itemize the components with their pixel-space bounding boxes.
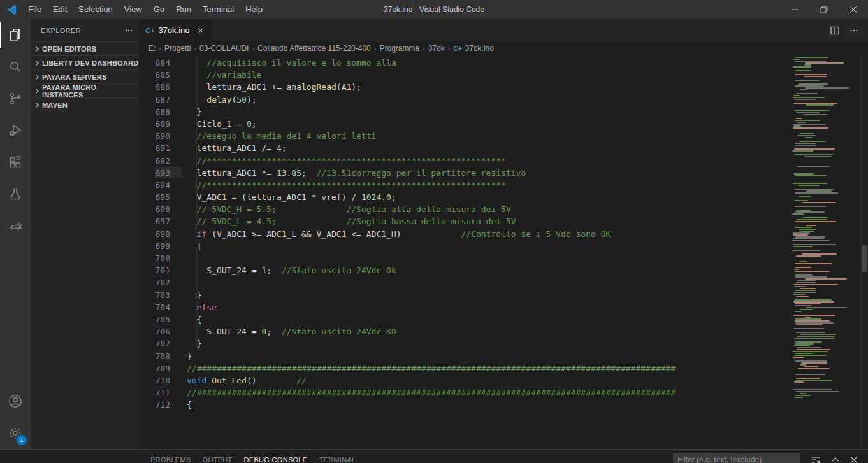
code-line-684[interactable]: 684 //acquisisco il valore e lo sommo al… xyxy=(139,57,790,69)
line-number[interactable]: 703 xyxy=(139,289,170,301)
menu-selection[interactable]: Selection xyxy=(73,0,118,19)
menu-terminal[interactable]: Terminal xyxy=(197,0,240,19)
restore-icon[interactable] xyxy=(809,0,839,19)
sidebar-section-maven[interactable]: MAVEN xyxy=(31,97,139,111)
line-number[interactable]: 685 xyxy=(139,69,170,81)
code-line-686[interactable]: 686 lettura_ADC1 += analogRead(A1); xyxy=(139,81,790,93)
breadcrumb-item[interactable]: 37ok xyxy=(428,44,445,53)
close-panel-icon[interactable] xyxy=(850,456,858,463)
line-number[interactable]: 709 xyxy=(139,362,170,374)
line-number[interactable]: 712 xyxy=(139,399,170,411)
code-line-702[interactable]: 702 xyxy=(139,276,790,288)
fish-icon[interactable] xyxy=(0,210,31,242)
extensions-icon[interactable] xyxy=(0,146,31,178)
source-control-icon[interactable] xyxy=(0,83,31,115)
panel-tab-output[interactable]: OUTPUT xyxy=(203,452,233,463)
line-number[interactable]: 686 xyxy=(139,81,170,93)
line-number[interactable]: 690 xyxy=(139,130,170,142)
code-line-712[interactable]: 712{ xyxy=(139,399,790,411)
code-line-707[interactable]: 707 } xyxy=(139,338,790,350)
line-number[interactable]: 702 xyxy=(139,276,170,288)
line-number[interactable]: 684 xyxy=(139,57,170,69)
line-number[interactable]: 694 xyxy=(139,179,170,191)
breadcrumb-item[interactable]: Programma xyxy=(379,44,419,53)
panel-tab-problems[interactable]: PROBLEMS xyxy=(150,452,191,463)
line-number[interactable]: 710 xyxy=(139,374,170,387)
sidebar-section-liberty-dev-dashboard[interactable]: LIBERTY DEV DASHBOARD xyxy=(31,55,139,69)
menu-help[interactable]: Help xyxy=(240,0,268,19)
line-number[interactable]: 692 xyxy=(139,155,170,167)
code-line-709[interactable]: 709//###################################… xyxy=(139,362,790,374)
line-number[interactable]: 699 xyxy=(139,240,170,252)
menu-go[interactable]: Go xyxy=(148,0,170,19)
code-line-711[interactable]: 711//###################################… xyxy=(139,387,790,399)
explorer-icon[interactable] xyxy=(0,19,31,51)
line-number[interactable]: 706 xyxy=(139,325,170,338)
code-line-701[interactable]: 701 S_OUT_24 = 1; //Stato uscita 24Vdc O… xyxy=(139,264,790,276)
line-number[interactable]: 687 xyxy=(139,94,170,106)
sidebar-section-open-editors[interactable]: OPEN EDITORS xyxy=(31,41,139,55)
breadcrumb-item[interactable]: 37ok.ino xyxy=(465,44,494,53)
code-line-695[interactable]: 695 V_ADC1 = (lettura_ADC1 * vref) / 102… xyxy=(139,191,790,203)
line-number[interactable]: 708 xyxy=(139,350,170,362)
code-editor[interactable]: 684 //acquisisco il valore e lo sommo al… xyxy=(139,55,868,449)
line-number[interactable]: 701 xyxy=(139,264,170,276)
code-line-693[interactable]: 693 lettura_ADC1 *= 13.85; //13.51correg… xyxy=(139,167,790,179)
line-number[interactable]: 711 xyxy=(139,387,170,399)
search-icon[interactable] xyxy=(0,51,31,83)
code-line-688[interactable]: 688 } xyxy=(139,106,790,118)
breadcrumb-item[interactable]: 03-COLLAUDI xyxy=(199,44,249,53)
line-number[interactable]: 691 xyxy=(139,142,170,154)
code-line-708[interactable]: 708} xyxy=(139,350,790,362)
scrollbar-thumb[interactable] xyxy=(862,245,867,272)
line-number[interactable]: 689 xyxy=(139,118,170,130)
line-number[interactable]: 700 xyxy=(139,252,170,264)
code-line-694[interactable]: 694 //**********************************… xyxy=(139,179,790,191)
breadcrumb-item[interactable]: Progetti xyxy=(164,44,191,53)
breadcrumb-item[interactable]: Collaudo Affettatrice 115-220-400 xyxy=(257,44,371,53)
settings-gear-icon[interactable]: 1 xyxy=(0,417,31,449)
close-window-icon[interactable] xyxy=(839,0,868,19)
menu-run[interactable]: Run xyxy=(170,0,197,19)
line-number[interactable]: 704 xyxy=(139,301,170,313)
code-line-705[interactable]: 705 { xyxy=(139,313,790,325)
line-number[interactable]: 696 xyxy=(139,203,170,215)
maximize-panel-icon[interactable] xyxy=(831,455,840,463)
line-number[interactable]: 688 xyxy=(139,106,170,118)
menu-view[interactable]: View xyxy=(119,0,148,19)
code-line-697[interactable]: 697 // 5VDC_L = 4.5; //Soglia bassa dell… xyxy=(139,215,790,227)
code-line-710[interactable]: 710void Out_Led() // xyxy=(139,374,790,387)
clear-console-icon[interactable] xyxy=(811,455,821,463)
code-line-692[interactable]: 692 //**********************************… xyxy=(139,155,790,167)
panel-tab-terminal[interactable]: TERMINAL xyxy=(319,452,356,463)
code-line-687[interactable]: 687 delay(50); xyxy=(139,94,790,106)
code-line-689[interactable]: 689 Ciclo_1 = 0; xyxy=(139,118,790,130)
line-number[interactable]: 693 xyxy=(139,167,170,179)
code-line-700[interactable]: 700 xyxy=(139,252,790,264)
code-line-685[interactable]: 685 //variabile xyxy=(139,69,790,81)
minimap[interactable] xyxy=(791,55,861,449)
menu-edit[interactable]: Edit xyxy=(47,0,73,19)
breadcrumb-item[interactable]: E: xyxy=(148,44,156,53)
line-number[interactable]: 697 xyxy=(139,215,170,227)
code-line-690[interactable]: 690 //eseguo la media dei 4 valori letti xyxy=(139,130,790,142)
sidebar-section-payara-micro-instances[interactable]: PAYARA MICRO INSTANCES xyxy=(31,83,139,97)
line-number[interactable]: 707 xyxy=(139,338,170,350)
sidebar-more-actions-icon[interactable] xyxy=(124,25,134,36)
line-number[interactable]: 698 xyxy=(139,228,170,240)
editor-more-actions-icon[interactable] xyxy=(849,25,859,36)
split-editor-icon[interactable] xyxy=(830,25,840,36)
code-line-691[interactable]: 691 lettura_ADC1 /= 4; xyxy=(139,142,790,154)
minimize-icon[interactable] xyxy=(780,0,809,19)
line-number[interactable]: 695 xyxy=(139,191,170,203)
run-and-debug-icon[interactable] xyxy=(0,115,31,146)
line-number[interactable]: 705 xyxy=(139,313,170,325)
code-line-703[interactable]: 703 } xyxy=(139,289,790,301)
tab-37ok-ino[interactable]: C+ 37ok.ino xyxy=(139,19,213,41)
code-line-698[interactable]: 698 if (V_ADC1 >= ADC1_L && V_ADC1 <= AD… xyxy=(139,228,790,240)
code-line-706[interactable]: 706 S_OUT_24 = 0; //Stato uscita 24Vdc K… xyxy=(139,325,790,338)
code-line-704[interactable]: 704 else xyxy=(139,301,790,313)
account-icon[interactable] xyxy=(0,385,31,417)
tab-close-icon[interactable] xyxy=(198,27,204,34)
debug-filter-input[interactable] xyxy=(673,453,800,463)
